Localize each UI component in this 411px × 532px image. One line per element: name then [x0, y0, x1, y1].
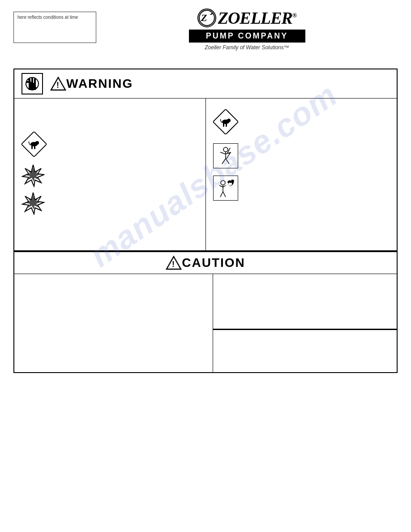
explosion-icon-1	[21, 164, 198, 187]
explosion-svg-2	[21, 192, 45, 215]
svg-line-36	[219, 185, 223, 187]
svg-line-39	[223, 192, 226, 197]
caution-triangle-icon: !	[166, 256, 182, 270]
warning-box: ! WARNING	[13, 69, 398, 251]
electrocuted-person-svg	[216, 146, 235, 166]
caution-title: ! CAUTION	[166, 256, 245, 270]
svg-point-25	[227, 119, 231, 122]
diamond-animal-icon-left	[21, 132, 198, 157]
svg-rect-17	[31, 146, 33, 149]
svg-point-16	[35, 141, 39, 145]
svg-rect-26	[223, 123, 224, 127]
warning-col-right	[206, 99, 397, 250]
svg-line-32	[222, 159, 226, 164]
logo-text: ZOELLER®	[218, 8, 297, 28]
header-left-text: here reflects conditions at time	[17, 15, 78, 20]
logo-container: Z ZOELLER®	[197, 8, 297, 28]
svg-point-28	[223, 147, 228, 152]
diamond-animal-icon-right	[213, 109, 390, 134]
person-fire-svg	[216, 178, 235, 198]
caution-col-right	[213, 274, 397, 330]
logo-circle: Z	[197, 9, 216, 27]
caution-body	[14, 274, 397, 372]
diamond-icon-svg	[21, 132, 47, 157]
svg-rect-27	[226, 123, 227, 127]
caution-col-right-bottom	[213, 330, 397, 372]
svg-rect-18	[34, 146, 35, 149]
caution-text: CAUTION	[182, 256, 245, 270]
caution-header: ! CAUTION	[14, 252, 397, 274]
glove-svg	[21, 73, 43, 94]
header-left-box: here reflects conditions at time	[13, 12, 96, 43]
page-header: here reflects conditions at time Z ZOELL…	[0, 0, 411, 55]
caution-col-left	[14, 274, 213, 372]
warning-text: WARNING	[66, 77, 133, 91]
warning-body	[14, 98, 397, 250]
glove-icon	[21, 73, 43, 94]
explosion-icon-2	[21, 192, 198, 215]
person-fire-icon	[213, 176, 390, 201]
svg-rect-8	[34, 78, 36, 84]
svg-line-30	[220, 152, 226, 154]
svg-point-34	[221, 180, 225, 185]
warning-title: ! WARNING	[50, 77, 133, 91]
warning-col-left	[14, 99, 206, 250]
svg-text:!: !	[56, 81, 60, 90]
logo-circle-svg: Z	[198, 9, 215, 26]
warning-triangle-icon: !	[50, 77, 66, 91]
svg-line-37	[223, 185, 226, 187]
warning-header: ! WARNING	[14, 69, 397, 98]
main-content: ! WARNING	[0, 69, 411, 373]
svg-line-38	[220, 192, 223, 197]
svg-text:Z: Z	[201, 12, 207, 23]
diamond-icon-right-svg	[213, 109, 238, 134]
header-center: Z ZOELLER® PUMP COMPANY Zoeller Family o…	[96, 8, 398, 51]
pump-company-bar: PUMP COMPANY	[189, 30, 305, 43]
person-electric-icon	[213, 143, 390, 168]
tagline: Zoeller Family of Water Solutions™	[205, 44, 289, 51]
explosion-svg-1	[21, 164, 45, 187]
svg-line-33	[226, 159, 229, 164]
caution-box: ! CAUTION	[13, 251, 398, 373]
svg-text:!: !	[172, 260, 176, 269]
